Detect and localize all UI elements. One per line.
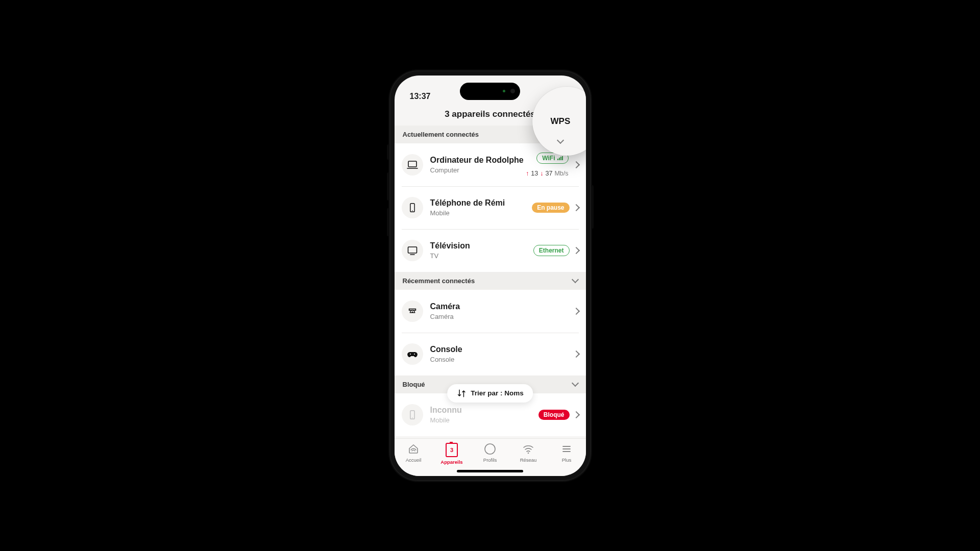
download-arrow-icon: ↓: [540, 170, 543, 177]
tab-bar: Accueil 3 Appareils Profils Réseau Plus: [395, 438, 586, 476]
svg-rect-3: [408, 247, 416, 253]
svg-point-5: [409, 353, 410, 354]
dynamic-island: [460, 83, 520, 100]
camera-icon: [402, 300, 423, 322]
tab-profiles[interactable]: Profils: [475, 443, 505, 463]
tab-home[interactable]: Accueil: [398, 443, 429, 463]
badge-label: Bloqué: [544, 411, 565, 418]
upload-arrow-icon: ↑: [526, 170, 529, 177]
svg-point-9: [485, 444, 495, 454]
device-row-camera[interactable]: Caméra Caméra: [395, 290, 586, 333]
laptop-icon: [402, 154, 423, 176]
tab-label: Plus: [562, 457, 571, 463]
sort-icon: [456, 388, 467, 398]
wifi-signal-icon: [557, 156, 563, 160]
device-name: Télévision: [430, 241, 533, 251]
section-title: Actuellement connectés: [403, 131, 479, 138]
home-indicator[interactable]: [457, 470, 523, 472]
profile-icon: [484, 443, 496, 455]
device-type: TV: [430, 252, 533, 260]
wps-button[interactable]: WPS: [551, 116, 571, 127]
sort-button[interactable]: Trier par : Noms: [447, 384, 533, 403]
device-type: Mobile: [430, 416, 538, 424]
section-title: Bloqué: [403, 381, 425, 388]
tab-more[interactable]: Plus: [551, 443, 582, 463]
device-row-phone[interactable]: Téléphone de Rémi Mobile En pause: [395, 186, 586, 229]
device-name: Inconnu: [430, 405, 538, 415]
svg-point-10: [528, 452, 529, 454]
tab-label: Profils: [483, 457, 497, 463]
chevron-right-icon: [572, 161, 579, 168]
chevron-right-icon: [572, 411, 579, 418]
device-row-console[interactable]: Console Console: [395, 333, 586, 375]
home-icon: [407, 443, 420, 455]
device-type: Caméra: [430, 313, 574, 320]
device-name: Console: [430, 344, 574, 354]
throughput: ↑13 ↓37 Mb/s: [526, 170, 568, 177]
tab-label: Réseau: [520, 457, 537, 463]
mobile-icon: [402, 404, 423, 425]
connection-badge-ethernet: Ethernet: [533, 245, 570, 256]
throughput-unit: Mb/s: [554, 170, 568, 177]
gamepad-icon: [402, 343, 423, 365]
device-row-tv[interactable]: Télévision TV Ethernet: [395, 229, 586, 272]
chevron-right-icon: [572, 350, 579, 357]
page-title: 3 appareils connectés: [445, 109, 535, 119]
svg-rect-0: [408, 161, 416, 167]
chevron-down-icon: [556, 136, 564, 143]
power-button[interactable]: [591, 185, 594, 229]
mute-switch[interactable]: [387, 144, 389, 160]
volume-up-button[interactable]: [387, 172, 389, 201]
network-icon: [522, 443, 534, 455]
tab-label: Accueil: [406, 457, 422, 463]
connection-badge-blocked: Bloqué: [538, 410, 570, 420]
devices-count-badge: 3: [446, 443, 458, 457]
device-type: Mobile: [430, 209, 532, 217]
chevron-down-icon: [571, 276, 578, 283]
device-type: Console: [430, 356, 574, 363]
badge-label: WiFi: [542, 155, 555, 162]
chevron-right-icon: [572, 307, 579, 314]
badge-label: Ethernet: [539, 247, 564, 254]
tab-devices[interactable]: 3 Appareils: [436, 443, 467, 465]
device-name: Ordinateur de Rodolphe: [430, 155, 526, 165]
mobile-icon: [402, 197, 423, 218]
chevron-right-icon: [572, 246, 579, 254]
chevron-right-icon: [572, 204, 579, 211]
screen: WPS 13:37 3 appareils connectés Actuelle…: [395, 76, 586, 476]
svg-point-2: [412, 210, 413, 211]
section-title: Récemment connectés: [403, 277, 475, 285]
camera-dot-icon: [510, 89, 515, 93]
tab-label: Appareils: [440, 459, 462, 465]
chevron-down-icon: [571, 380, 578, 387]
device-type: Computer: [430, 166, 526, 174]
connection-badge-paused: En pause: [532, 203, 569, 213]
menu-icon: [560, 443, 573, 455]
phone-frame: WPS 13:37 3 appareils connectés Actuelle…: [389, 70, 591, 481]
sort-label: Trier par : Noms: [471, 389, 524, 397]
svg-point-6: [413, 353, 414, 354]
tab-network[interactable]: Réseau: [513, 443, 544, 463]
badge-label: En pause: [537, 204, 564, 211]
svg-point-8: [412, 417, 413, 418]
sensor-dot-icon: [503, 90, 505, 92]
clock: 13:37: [410, 92, 431, 101]
device-name: Caméra: [430, 302, 574, 311]
volume-down-button[interactable]: [387, 208, 389, 236]
device-name: Téléphone de Rémi: [430, 198, 532, 208]
section-header-recent[interactable]: Récemment connectés: [395, 272, 586, 290]
tv-icon: [402, 240, 423, 261]
content-scroll[interactable]: Actuellement connectés Ordinateur de Rod…: [395, 126, 586, 438]
svg-point-4: [411, 311, 413, 313]
